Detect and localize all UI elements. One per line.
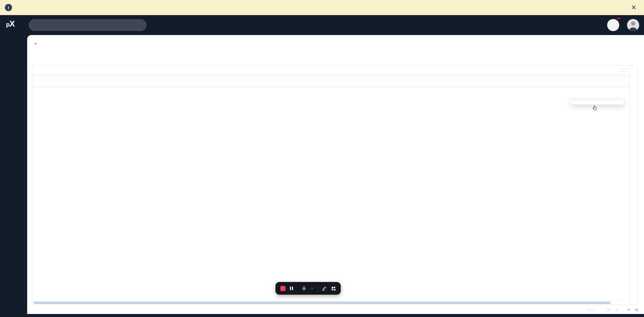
sidebar — [0, 35, 27, 317]
effects-grid-button[interactable] — [331, 286, 336, 291]
announcement-banner: ! ✕ — [0, 0, 644, 15]
notifications-button[interactable] — [607, 19, 619, 31]
avatar[interactable] — [627, 19, 639, 31]
mouse-cursor-icon — [591, 105, 597, 113]
main-panel: |< < > >| — [27, 35, 644, 314]
avatar-photo-icon — [627, 19, 639, 31]
movements-table — [32, 65, 638, 305]
notification-count-badge — [616, 17, 621, 20]
close-icon[interactable]: ✕ — [630, 4, 637, 11]
top-bar: pX — [0, 15, 644, 35]
page-size-select[interactable] — [587, 308, 595, 311]
draw-pen-button[interactable] — [322, 286, 327, 291]
pxsol-logo[interactable]: pX — [6, 19, 14, 29]
mic-button[interactable] — [301, 286, 307, 291]
table-header-row — [32, 75, 630, 87]
int-badge — [34, 43, 37, 44]
pause-button[interactable] — [289, 286, 294, 291]
stop-record-button[interactable] — [280, 286, 285, 291]
mic-options-chevron-icon[interactable] — [311, 286, 314, 291]
search-input[interactable] — [29, 19, 147, 31]
row-actions-menu — [570, 100, 624, 105]
next-page-button[interactable]: > — [627, 307, 630, 312]
horizontal-scrollbar[interactable] — [32, 300, 630, 305]
prev-page-button[interactable]: < — [616, 307, 618, 312]
grid-side-toolbar — [630, 66, 638, 305]
alert-icon: ! — [5, 4, 12, 11]
first-page-button[interactable]: |< — [607, 307, 611, 312]
table-footer: |< < > >| — [32, 305, 638, 314]
row-group-dropzone[interactable] — [32, 66, 630, 75]
table-body — [32, 87, 630, 300]
reset-button[interactable] — [619, 69, 627, 72]
screen-recorder-toolbar — [275, 282, 341, 295]
last-page-button[interactable]: >| — [635, 307, 638, 312]
